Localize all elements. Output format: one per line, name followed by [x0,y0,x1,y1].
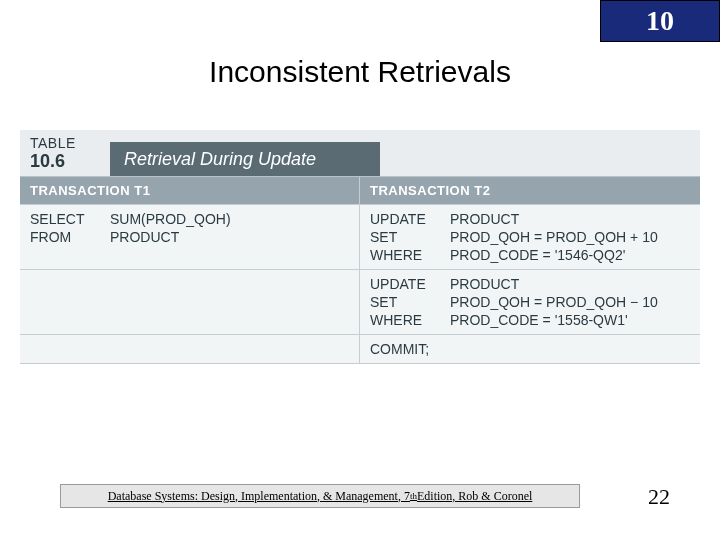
table-caption: Retrieval During Update [110,142,380,176]
table-column-headers: TRANSACTION T1 TRANSACTION T2 [20,177,700,204]
cell-t1 [20,335,360,363]
table-row: UPDATEPRODUCT SETPROD_QOH = PROD_QOH − 1… [20,269,700,334]
chapter-number: 10 [646,5,674,37]
cell-t2: UPDATEPRODUCT SETPROD_QOH = PROD_QOH + 1… [360,205,700,269]
table-row: SELECTSUM(PROD_QOH) FROMPRODUCT UPDATEPR… [20,204,700,269]
cell-t1 [20,270,360,334]
table-label: TABLE [30,135,110,151]
table-label-block: TABLE 10.6 [20,131,110,176]
table-number: 10.6 [30,151,110,172]
footer-text-pre: Database Systems: Design, Implementation… [108,489,410,504]
table-10-6: TABLE 10.6 Retrieval During Update TRANS… [20,130,700,364]
table-row: COMMIT; [20,334,700,364]
col-header-t1: TRANSACTION T1 [20,177,360,204]
table-header-row: TABLE 10.6 Retrieval During Update [20,130,700,176]
footer-sup: th [410,491,417,501]
page-number: 22 [648,484,670,510]
table-grid: TRANSACTION T1 TRANSACTION T2 SELECTSUM(… [20,176,700,364]
footer-text-post: Edition, Rob & Coronel [417,489,532,504]
footer-citation: Database Systems: Design, Implementation… [60,484,580,508]
chapter-number-box: 10 [600,0,720,42]
cell-t1: SELECTSUM(PROD_QOH) FROMPRODUCT [20,205,360,269]
cell-t2: COMMIT; [360,335,700,363]
cell-t2: UPDATEPRODUCT SETPROD_QOH = PROD_QOH − 1… [360,270,700,334]
col-header-t2: TRANSACTION T2 [360,177,700,204]
slide-title: Inconsistent Retrievals [0,55,720,89]
